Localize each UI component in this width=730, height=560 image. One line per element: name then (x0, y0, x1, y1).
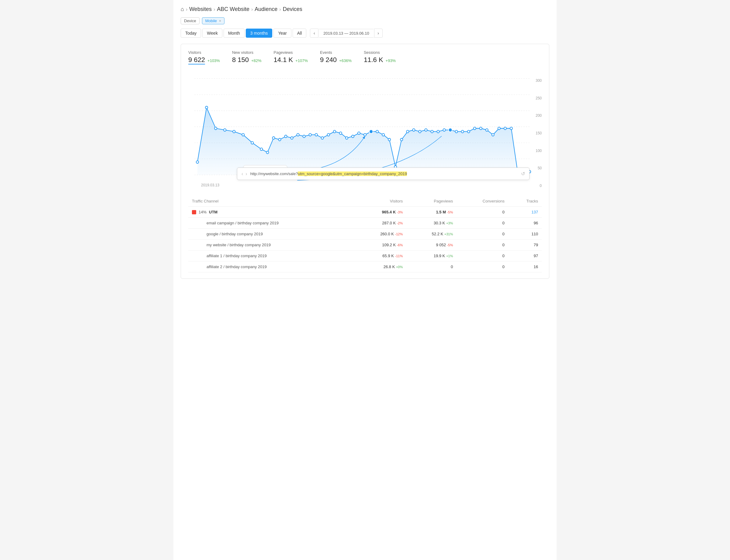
main-card: Visitors 9 622 +103% New visitors 8 150 … (181, 44, 549, 279)
td-sub-channel: my website / birthday company 2019 (188, 240, 354, 251)
th-conversions: Conversions (457, 196, 508, 207)
url-nav: ‹ › (241, 171, 247, 177)
td-sub-pageviews: 52.2 K +31% (407, 229, 457, 240)
btn-3months[interactable]: 3 months (246, 29, 272, 38)
stat-pageviews-change: +107% (295, 58, 308, 63)
url-text: http://mywebsite.com/sale?utm_source=goo… (250, 171, 518, 176)
svg-point-14 (260, 148, 262, 150)
btn-all[interactable]: All (292, 29, 306, 38)
btn-week[interactable]: Week (202, 29, 222, 38)
stat-events-label: Events (320, 50, 351, 55)
svg-point-33 (376, 130, 379, 133)
td-sub-conversions: 0 (457, 229, 508, 240)
breadcrumb-abc-website[interactable]: ABC Website (217, 6, 249, 12)
stats-row: Visitors 9 622 +103% New visitors 8 150 … (188, 50, 542, 69)
th-tracks: Tracks (508, 196, 542, 207)
td-sub-conversions: 0 (457, 240, 508, 251)
filter-mobile-close[interactable]: × (219, 19, 221, 23)
chart-date-label: 2019.03.13 (201, 183, 219, 187)
svg-point-60 (448, 128, 452, 132)
svg-point-24 (321, 137, 323, 139)
filter-mobile[interactable]: Mobile × (202, 17, 224, 24)
btn-year[interactable]: Year (273, 29, 291, 38)
filter-device-label: Device (184, 19, 196, 23)
svg-point-34 (382, 133, 385, 136)
td-sub-conversions: 0 (457, 251, 508, 261)
td-sub-channel: email campaign / birthday company 2019 (188, 218, 354, 229)
svg-point-39 (413, 129, 415, 131)
svg-point-22 (309, 133, 311, 136)
td-sub-visitors: 109.2 K -6% (354, 240, 407, 251)
svg-point-38 (407, 130, 409, 133)
svg-point-18 (285, 135, 287, 137)
svg-point-21 (303, 135, 305, 137)
stat-visitors-value: 9 622 (188, 56, 205, 64)
filter-device: Device (181, 17, 199, 24)
td-sub-channel: affiliate 1 / birthday company 2019 (188, 251, 354, 261)
svg-point-31 (364, 133, 366, 136)
table-sub-row: email campaign / birthday company 2019 2… (188, 218, 542, 229)
td-sub-visitors: 65.9 K -11% (354, 251, 407, 261)
svg-point-43 (437, 130, 439, 133)
td-sub-pageviews: 9 052 -5% (407, 240, 457, 251)
stat-visitors-label: Visitors (188, 50, 220, 55)
svg-point-37 (400, 138, 403, 141)
table-sub-row: affiliate 1 / birthday company 2019 65.9… (188, 251, 542, 261)
breadcrumb: ⌂ › Websites › ABC Website › Audience › … (181, 6, 549, 12)
svg-point-55 (510, 127, 513, 130)
td-sub-tracks: 79 (508, 240, 542, 251)
channel-pct: 14% (199, 210, 206, 214)
breadcrumb-devices[interactable]: Devices (283, 6, 302, 12)
svg-point-12 (242, 133, 244, 136)
svg-point-29 (351, 135, 354, 137)
date-nav: ‹ 2019.03.13 — 2019.06.10 › (310, 29, 382, 38)
btn-month[interactable]: Month (223, 29, 244, 38)
stat-pageviews: Pageviews 14.1 K +107% (274, 50, 308, 64)
svg-point-53 (498, 127, 500, 130)
breadcrumb-websites[interactable]: Websites (189, 6, 212, 12)
date-range-label: 2019.03.13 — 2019.06.10 (319, 29, 373, 38)
svg-point-16 (272, 137, 275, 139)
stat-new-visitors-change: +82% (251, 58, 261, 63)
breadcrumb-sep-1: › (186, 7, 187, 12)
page-container: ⌂ › Websites › ABC Website › Audience › … (173, 0, 557, 560)
nav-prev[interactable]: ‹ (310, 29, 318, 38)
table-sub-row: google / birthday company 2019 260.0 K -… (188, 229, 542, 240)
svg-point-54 (504, 127, 507, 130)
nav-next[interactable]: › (374, 29, 383, 38)
stat-visitors-change: +103% (207, 58, 220, 63)
td-sub-tracks: 97 (508, 251, 542, 261)
td-sub-conversions: 0 (457, 261, 508, 272)
td-sub-tracks: 96 (508, 218, 542, 229)
td-sub-tracks: 16 (508, 261, 542, 272)
td-pageviews: 1.5 M -5% (407, 207, 457, 218)
svg-point-40 (419, 130, 421, 133)
stat-new-visitors-label: New visitors (232, 50, 261, 55)
breadcrumb-sep-2: › (213, 7, 215, 12)
td-visitors: 965.4 K -3% (354, 207, 407, 218)
url-reload-icon[interactable]: ↺ (521, 171, 525, 177)
td-sub-channel: affiliate 2 / birthday company 2019 (188, 261, 354, 272)
table-row: 14% UTM 965.4 K -3% 1.5 M -5% 0 137 (188, 207, 542, 218)
td-tracks: 137 (508, 207, 542, 218)
svg-point-30 (358, 132, 360, 134)
svg-point-42 (431, 130, 433, 133)
svg-point-13 (251, 141, 253, 144)
stat-sessions-change: +93% (386, 58, 396, 63)
breadcrumb-audience[interactable]: Audience (254, 6, 277, 12)
td-sub-pageviews: 19.9 K +1% (407, 251, 457, 261)
url-forward-arrow[interactable]: › (245, 171, 247, 177)
btn-today[interactable]: Today (181, 29, 201, 38)
url-bar[interactable]: ‹ › http://mywebsite.com/sale?utm_source… (237, 168, 530, 180)
filter-row: Device Mobile × (181, 17, 549, 24)
home-icon[interactable]: ⌂ (181, 6, 184, 12)
stat-events: Events 9 240 +636% (320, 50, 351, 64)
svg-point-26 (333, 130, 336, 133)
svg-point-48 (468, 130, 470, 133)
stat-new-visitors-value: 8 150 (232, 56, 249, 64)
url-back-arrow[interactable]: ‹ (241, 171, 243, 177)
toolbar: Today Week Month 3 months Year All ‹ 201… (181, 29, 549, 38)
url-highlighted: utm_source=google&utm_campaign=birthday_… (298, 171, 407, 176)
svg-point-15 (266, 151, 268, 154)
svg-point-35 (388, 138, 391, 141)
